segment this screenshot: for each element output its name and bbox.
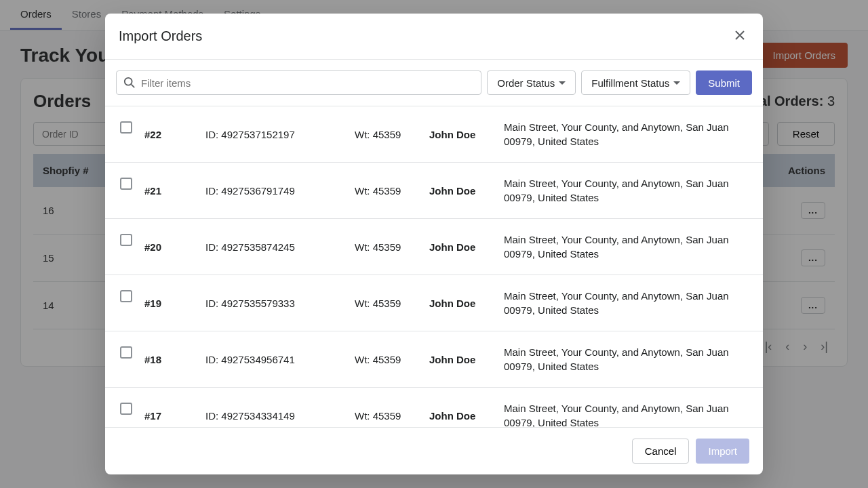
order-row: #21ID: 4927536791749Wt: 45359John DoeMai… [105, 163, 763, 219]
order-row: #17ID: 4927534334149Wt: 45359John DoeMai… [105, 388, 763, 427]
order-weight: Wt: 45359 [355, 129, 422, 140]
order-id: ID: 4927535579333 [205, 298, 348, 309]
order-number: #21 [144, 185, 199, 197]
order-id: ID: 4927535874245 [205, 241, 348, 253]
import-orders-modal: Import Orders Order Status Fulfillment S… [105, 14, 763, 474]
svg-line-1 [132, 85, 135, 88]
customer-name: John Doe [429, 410, 497, 422]
row-checkbox[interactable] [120, 346, 132, 359]
order-weight: Wt: 45359 [355, 410, 422, 422]
order-row: #19ID: 4927535579333Wt: 45359John DoeMai… [105, 275, 763, 331]
order-id: ID: 4927534334149 [205, 410, 348, 422]
order-id: ID: 4927534956741 [205, 354, 348, 365]
row-checkbox[interactable] [120, 403, 132, 415]
customer-name: John Doe [429, 185, 497, 197]
order-id: ID: 4927536791749 [205, 185, 348, 197]
close-button[interactable] [730, 26, 749, 47]
customer-address: Main Street, Your County, and Anytown, S… [504, 232, 748, 261]
customer-name: John Doe [429, 241, 497, 253]
submit-button[interactable]: Submit [696, 70, 752, 95]
order-row: #20ID: 4927535874245Wt: 45359John DoeMai… [105, 219, 763, 275]
chevron-down-icon [559, 81, 566, 85]
row-checkbox[interactable] [120, 121, 132, 134]
modal-title: Import Orders [119, 28, 202, 44]
order-row: #18ID: 4927534956741Wt: 45359John DoeMai… [105, 331, 763, 388]
import-button[interactable]: Import [696, 439, 749, 464]
customer-name: John Doe [429, 354, 497, 365]
row-checkbox[interactable] [120, 234, 132, 246]
order-number: #18 [144, 354, 199, 365]
customer-address: Main Street, Your County, and Anytown, S… [504, 120, 748, 148]
svg-point-0 [125, 78, 132, 85]
filter-items-input[interactable] [141, 77, 474, 89]
order-row: #22ID: 4927537152197Wt: 45359John DoeMai… [105, 106, 763, 163]
customer-address: Main Street, Your County, and Anytown, S… [504, 176, 748, 205]
order-weight: Wt: 45359 [355, 185, 422, 197]
order-weight: Wt: 45359 [355, 354, 422, 365]
order-status-dropdown[interactable]: Order Status [487, 70, 576, 95]
order-number: #19 [144, 298, 199, 309]
customer-address: Main Street, Your County, and Anytown, S… [504, 289, 748, 317]
order-number: #22 [144, 129, 199, 140]
customer-name: John Doe [429, 298, 497, 309]
row-checkbox[interactable] [120, 290, 132, 302]
search-icon [123, 77, 136, 89]
fulfillment-status-dropdown[interactable]: Fulfillment Status [581, 70, 690, 95]
customer-name: John Doe [429, 129, 497, 140]
row-checkbox[interactable] [120, 178, 132, 190]
customer-address: Main Street, Your County, and Anytown, S… [504, 401, 748, 427]
customer-address: Main Street, Your County, and Anytown, S… [504, 345, 748, 373]
order-number: #17 [144, 410, 199, 422]
search-input-wrap[interactable] [116, 70, 481, 95]
modal-overlay: Import Orders Order Status Fulfillment S… [0, 0, 868, 488]
order-weight: Wt: 45359 [355, 298, 422, 309]
order-id: ID: 4927537152197 [205, 129, 348, 140]
close-icon [733, 28, 747, 42]
order-number: #20 [144, 241, 199, 253]
order-weight: Wt: 45359 [355, 241, 422, 253]
cancel-button[interactable]: Cancel [632, 439, 690, 464]
chevron-down-icon [673, 81, 680, 85]
